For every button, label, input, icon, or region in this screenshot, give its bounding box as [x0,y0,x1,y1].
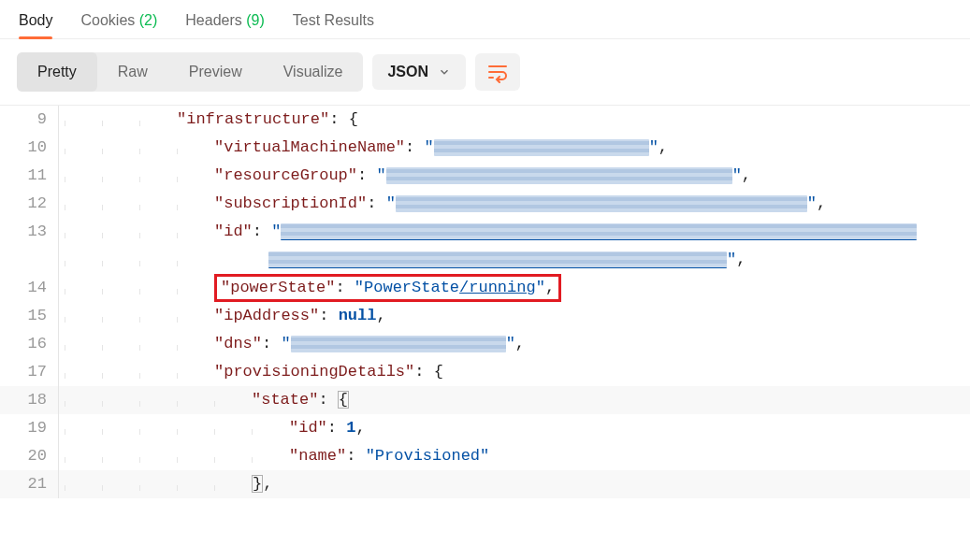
response-body[interactable]: 9 "infrastructure": { 10 "virtualMachine… [0,105,970,498]
tab-cookies-count: (2) [139,12,158,28]
response-tabs: Body Cookies (2) Headers (9) Test Result… [0,0,970,39]
tab-headers[interactable]: Headers (9) [185,5,265,38]
code-line: 13 "id": " [0,218,970,246]
line-number: 13 [0,218,58,246]
line-number: 18 [0,386,58,414]
wrap-icon [486,61,509,83]
code-line: 11 "resourceGroup": "", [0,162,970,190]
code-line: 10 "virtualMachineName": "", [0,134,970,162]
code-line: 15 "ipAddress": null, [0,302,970,330]
wrap-lines-button[interactable] [475,53,520,91]
chevron-down-icon [438,65,451,79]
content-type-dropdown[interactable]: JSON [372,54,466,90]
view-raw-button[interactable]: Raw [97,52,168,92]
code-line: 18 "state": { [0,386,970,414]
line-number: 10 [0,134,58,162]
tab-body[interactable]: Body [19,5,52,38]
code-line-highlighted: 14 "powerState": "PowerState/running", [0,274,970,302]
code-line: 19 "id": 1, [0,414,970,442]
code-line: 17 "provisioningDetails": { [0,358,970,386]
content-type-label: JSON [387,64,428,80]
code-line: 20 "name": "Provisioned" [0,442,970,470]
line-number: 11 [0,162,58,190]
line-number: 20 [0,442,58,470]
tab-test-results[interactable]: Test Results [293,5,374,38]
line-number: 12 [0,190,58,218]
view-toolbar: Pretty Raw Preview Visualize JSON [0,39,970,105]
line-number: 9 [0,106,58,134]
line-number: 19 [0,414,58,442]
tab-cookies[interactable]: Cookies (2) [80,5,157,38]
line-number: 14 [0,274,58,302]
tab-headers-count: (9) [246,12,265,28]
line-number: 21 [0,470,58,498]
code-line: 21 }, [0,470,970,498]
line-number: 17 [0,358,58,386]
view-visualize-button[interactable]: Visualize [263,52,364,92]
tab-headers-label: Headers [185,12,241,28]
code-line-wrap: ", [0,246,970,274]
view-mode-group: Pretty Raw Preview Visualize [17,52,363,92]
highlight-box: "powerState": "PowerState/running", [214,274,561,302]
line-number: 15 [0,302,58,330]
view-pretty-button[interactable]: Pretty [17,52,97,92]
code-line: 12 "subscriptionId": "", [0,190,970,218]
view-preview-button[interactable]: Preview [168,52,263,92]
tab-cookies-label: Cookies [80,12,135,28]
code-line: 9 "infrastructure": { [0,106,970,134]
line-number: 16 [0,330,58,358]
code-line: 16 "dns": "", [0,330,970,358]
